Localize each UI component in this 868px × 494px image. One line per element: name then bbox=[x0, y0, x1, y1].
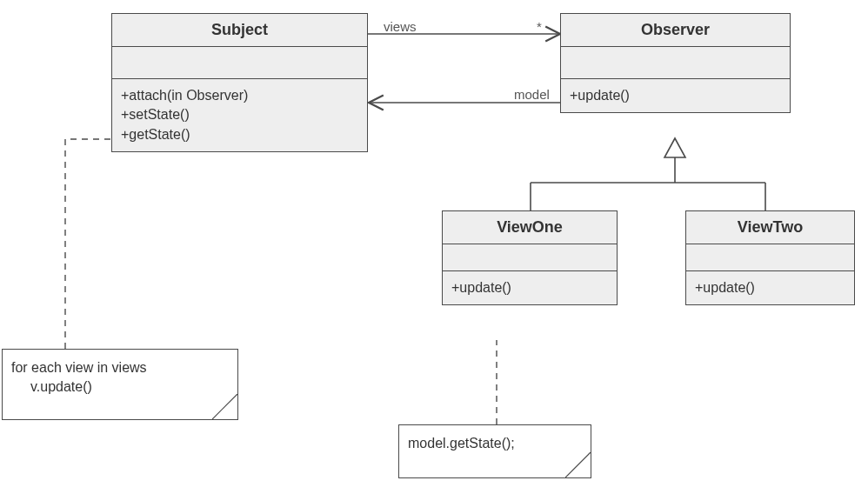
class-viewtwo: ViewTwo +update() bbox=[685, 210, 855, 305]
op-attach: +attach(in Observer) bbox=[121, 86, 358, 105]
note-viewone-text: model.getState(); bbox=[408, 434, 578, 453]
assoc-label-views: views bbox=[384, 19, 417, 34]
op-update-observer: +update() bbox=[570, 86, 781, 105]
class-name-viewtwo: ViewTwo bbox=[686, 211, 854, 244]
class-ops-viewone: +update() bbox=[443, 271, 617, 304]
class-subject: Subject +attach(in Observer) +setState()… bbox=[111, 13, 368, 152]
note-fold-icon bbox=[212, 394, 238, 420]
class-ops-observer: +update() bbox=[561, 79, 790, 112]
class-attrs-subject bbox=[112, 47, 367, 79]
op-update-viewone: +update() bbox=[451, 278, 608, 297]
class-name-viewone: ViewOne bbox=[443, 211, 617, 244]
assoc-multiplicity-views: * bbox=[537, 19, 542, 34]
op-setstate: +setState() bbox=[121, 105, 358, 124]
note-subject-line1: for each view in views bbox=[11, 358, 225, 377]
note-subject: for each view in views v.update() bbox=[2, 349, 238, 420]
op-update-viewtwo: +update() bbox=[695, 278, 845, 297]
class-ops-viewtwo: +update() bbox=[686, 271, 854, 304]
class-attrs-viewone bbox=[443, 244, 617, 271]
op-getstate: +getState() bbox=[121, 125, 358, 144]
note-viewone: model.getState(); bbox=[398, 424, 591, 478]
class-name-subject: Subject bbox=[112, 14, 367, 47]
note-fold-icon bbox=[565, 452, 591, 478]
class-viewone: ViewOne +update() bbox=[442, 210, 618, 305]
class-observer: Observer +update() bbox=[560, 13, 791, 113]
assoc-label-model: model bbox=[514, 87, 550, 102]
note-subject-line2: v.update() bbox=[11, 377, 225, 397]
class-name-observer: Observer bbox=[561, 14, 790, 47]
class-attrs-viewtwo bbox=[686, 244, 854, 271]
class-ops-subject: +attach(in Observer) +setState() +getSta… bbox=[112, 79, 367, 151]
class-attrs-observer bbox=[561, 47, 790, 79]
